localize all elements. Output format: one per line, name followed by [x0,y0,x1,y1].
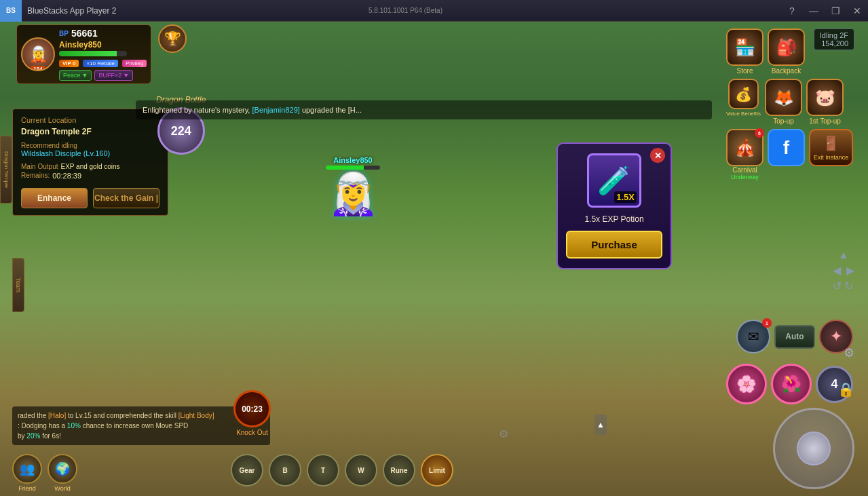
recommend-enemy: Wildslash Disciple (Lv.160) [21,149,159,157]
player-name: Ainsley850 [59,40,147,50]
buff-btn[interactable]: BUFF×2 ▼ [94,70,133,81]
player-name-tag: Ainsley850 [333,156,372,164]
exit-instance-btn[interactable]: 🚪 Exit Instance [809,129,853,166]
chat-log: raded the [Halo] to Lv.15 and comprehend… [12,406,270,445]
lock-icon[interactable]: 🔒 [837,381,854,398]
app-logo: BS [0,0,22,22]
top-icons: 🏆 [158,24,187,53]
friend-btn[interactable]: 👥 Friend [12,454,42,492]
limit-tab[interactable]: Limit [421,454,453,487]
app-title: BlueStacks App Player 2 [27,6,366,16]
joystick-inner [797,432,831,465]
nav-arrows: ▲ ◀ ▶ ↺ ↻ [833,249,854,292]
skill-btn-2[interactable]: 🌺 [771,364,812,404]
joystick-area[interactable] [773,408,854,489]
bp-value: 56661 [71,28,98,39]
value-benefits-btn[interactable]: 💰 Value Benefits [726,79,761,117]
check-gain-button[interactable]: Check the Gain | [93,188,159,208]
first-top-up-btn[interactable]: 🐷 1st Top-up [806,79,844,125]
top-up-btn[interactable]: 🦊 Top-up [765,79,802,125]
vip-row: VIP 0 ×10 Rebate Privileg [59,60,147,67]
player-info: BP 56661 Ainsley850 VIP 0 ×10 Rebate Pri… [59,28,147,81]
location-value: Dragon Temple 2F [21,127,159,136]
avatar[interactable]: 🧝 164 [21,37,55,71]
kill-countdown: 00:23 Knock Out [233,390,271,436]
carnival-btn[interactable]: 🎪 6 Carnival Underway [726,129,763,180]
nav-rotate-right[interactable]: ↻ [844,280,853,292]
close-button[interactable]: ✕ [846,0,868,22]
minimize-button[interactable]: — [803,0,825,22]
action-buttons: Enhance Check the Gain | [21,188,159,208]
idling-label: Idling 2F [820,31,848,39]
privilege-badge[interactable]: Privileg [122,60,147,67]
t-tab[interactable]: T [307,454,339,487]
title-bar: BS BlueStacks App Player 2 5.8.101.1001 … [0,0,868,22]
equip-tabs: Gear B T W Rune Limit [231,454,453,487]
knock-out-label: Knock Out [236,429,268,436]
bottom-nav: 👥 Friend 🌍 World [12,454,77,492]
rune-tab[interactable]: Rune [383,454,415,487]
bp-label: BP [59,30,69,37]
announcement-bar: Enlightened by nature's mystery, [Benjam… [136,100,712,119]
store-btn[interactable]: 🏪 Store [726,28,763,75]
auto-button[interactable]: Auto [774,325,815,349]
dragon-temple-tab[interactable]: Dragon Temple [0,136,12,204]
w-tab[interactable]: W [345,454,377,487]
settings-icon[interactable]: ⚙ [844,345,854,360]
popup-dialog: ✕ 🧪 1.5X 1.5x EXP Potion Purchase [556,142,672,269]
nav-back-arrow[interactable]: ◀ [833,264,841,277]
skill-btn-1[interactable]: 🌸 [726,364,767,404]
dragon-temple-panel: Current Location Dragon Temple 2F Recomm… [12,109,168,216]
player-panel: 🧝 164 BP 56661 Ainsley850 VIP 0 ×10 Reba… [16,24,151,84]
kill-timer: 00:23 [233,390,271,427]
player-level-badge: 164 [31,66,45,71]
team-tab[interactable]: Team [12,258,24,312]
facebook-btn[interactable]: f [768,129,805,166]
world-btn[interactable]: 🌍 World [48,454,77,492]
mail-button[interactable]: ✉ 1 [736,320,770,354]
popup-item-icon: 🧪 1.5X [587,153,641,208]
bp-row: BP 56661 [59,28,147,39]
nav-forward-arrow[interactable]: ▶ [846,264,854,277]
player-character: Ainsley850 🧝‍♀️ [326,156,380,218]
chat-settings-icon[interactable]: ⚙ [499,427,508,440]
vip-badge[interactable]: VIP 0 [59,60,79,67]
right-hud: 🏪 Store 🎒 Backpack 💰 Value Benefits 🦊 To… [726,28,853,180]
idling-indicator: Idling 2F 154,200 [814,28,854,50]
enhance-button[interactable]: Enhance [21,188,88,208]
popup-item-name: 1.5x EXP Potion [584,214,643,224]
skill-row: 🌸 🌺 4 [726,364,853,404]
nav-up-arrow[interactable]: ▲ [833,249,854,261]
restore-button[interactable]: ❐ [825,0,846,22]
help-button[interactable]: ? [781,0,803,22]
hp-bar-container [59,51,127,56]
remains-row: Remains: 00:28:39 [21,172,159,180]
backpack-btn[interactable]: 🎒 Backpack [768,28,805,75]
popup-close-button[interactable]: ✕ [650,148,665,163]
gear-tab[interactable]: Gear [231,454,263,487]
nav-rotate-left[interactable]: ↺ [833,280,842,292]
hp-bar [59,51,117,56]
idling-value: 154,200 [821,39,848,47]
purchase-button[interactable]: Purchase [566,231,662,259]
joystick-outer[interactable] [773,408,854,489]
main-output-row: Main Output EXP and gold coins [21,163,159,170]
app-version: 5.8.101.1001 P64 (Beta) [369,7,442,14]
action-row: ✉ 1 Auto ✦ [736,320,853,354]
scroll-up-button[interactable]: ▲ [595,415,607,435]
recommend-label: Recommend idling [21,142,159,149]
trophy-btn[interactable]: 🏆 [158,24,187,53]
popup-item-multiplier: 1.5X [614,191,637,203]
peace-status-btn[interactable]: Peace ▼ [59,70,92,81]
b-tab[interactable]: B [269,454,301,487]
rebate-badge[interactable]: ×10 Rebate [83,60,118,67]
